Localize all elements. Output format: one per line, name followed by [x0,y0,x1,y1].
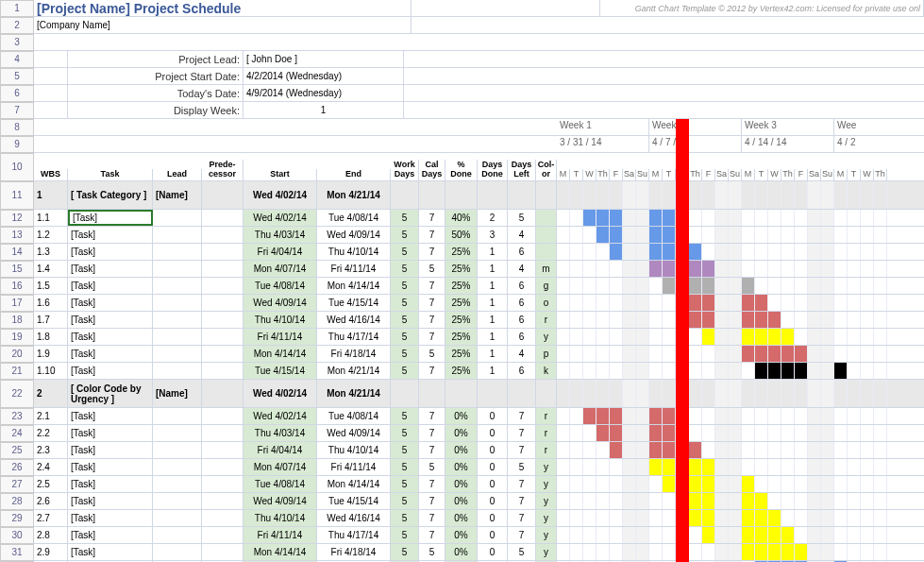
daysdone-cell[interactable]: 1 [478,244,508,260]
gantt-cell[interactable] [715,278,729,294]
gantt-cell[interactable] [583,295,596,311]
start-cell[interactable]: Thu 4/10/14 [244,312,317,328]
gantt-cell[interactable] [834,295,848,311]
gantt-cell[interactable] [742,459,755,475]
pctdone-cell[interactable]: 0% [445,425,478,441]
task-cell[interactable]: [Task] [68,312,153,328]
gantt-cell[interactable] [702,363,715,379]
pred-cell[interactable] [202,476,244,492]
gantt-cell[interactable] [781,510,795,526]
gantt-cell[interactable] [742,181,755,209]
gantt-cell[interactable] [702,210,715,226]
gantt-cell[interactable] [702,278,715,294]
gantt-cell[interactable] [834,278,848,294]
gantt-cell[interactable] [689,227,702,243]
gantt-cell[interactable] [715,408,729,424]
gantt-cell[interactable] [557,544,570,560]
gantt-cell[interactable] [570,227,583,243]
gantt-cell[interactable] [755,442,768,458]
lead-cell[interactable] [153,408,202,424]
caldays-cell[interactable]: 7 [419,363,445,379]
caldays-cell[interactable]: 7 [419,295,445,311]
gantt-cell[interactable] [848,363,861,379]
gantt-cell[interactable] [583,312,596,328]
gantt-cell[interactable] [795,346,808,362]
daysleft-cell[interactable]: 6 [508,312,536,328]
wbs-cell[interactable]: 2.2 [34,425,68,441]
wd-cell[interactable] [391,380,419,407]
gantt-cell[interactable] [795,408,808,424]
task-cell[interactable]: [Task] [68,476,153,492]
gantt-cell[interactable] [557,278,570,294]
gantt-cell[interactable] [715,261,729,277]
daysleft-cell[interactable]: 6 [508,363,536,379]
gantt-cell[interactable] [649,278,663,294]
gantt-cell[interactable] [689,278,702,294]
gantt-cell[interactable] [715,510,729,526]
pctdone-cell[interactable]: 0% [445,544,478,560]
gantt-cell[interactable] [583,476,596,492]
pctdone-cell[interactable]: 0% [445,493,478,509]
gantt-cell[interactable] [649,227,663,243]
gantt-cell[interactable] [583,261,596,277]
caldays-cell[interactable]: 5 [419,459,445,475]
gantt-cell[interactable] [610,408,623,424]
gantt-cell[interactable] [702,295,715,311]
caldays-cell[interactable]: 7 [419,329,445,345]
gantt-cell[interactable] [649,425,663,441]
row-header-7[interactable]: 7 [0,102,34,119]
gantt-cell[interactable] [768,425,781,441]
daysdone-cell[interactable]: 0 [478,408,508,424]
caldays-cell[interactable]: 7 [419,408,445,424]
pctdone-cell[interactable]: 0% [445,442,478,458]
gantt-cell[interactable] [768,408,781,424]
gantt-cell[interactable] [861,261,874,277]
gantt-cell[interactable] [623,544,636,560]
gantt-cell[interactable] [702,312,715,328]
gantt-cell[interactable] [874,408,887,424]
pctdone-cell[interactable]: 0% [445,408,478,424]
gantt-cell[interactable] [808,278,821,294]
pred-cell[interactable] [202,380,244,407]
gantt-cell[interactable] [729,425,742,441]
gantt-cell[interactable] [861,346,874,362]
row-header-8[interactable]: 8 [0,119,34,136]
gantt-cell[interactable] [768,442,781,458]
lead-cell[interactable] [153,425,202,441]
gantt-cell[interactable] [729,329,742,345]
daysdone-cell[interactable]: 1 [478,261,508,277]
lead-cell[interactable] [153,544,202,560]
start-cell[interactable]: Mon 4/07/14 [244,261,317,277]
gantt-cell[interactable] [715,295,729,311]
gantt-cell[interactable] [715,544,729,560]
start-cell[interactable]: Tue 4/08/14 [244,278,317,294]
col-header-lead[interactable]: Lead [153,169,202,180]
gantt-cell[interactable] [795,476,808,492]
gantt-cell[interactable] [557,459,570,475]
gantt-cell[interactable] [663,510,676,526]
gantt-cell[interactable] [834,459,848,475]
pred-cell[interactable] [202,408,244,424]
gantt-cell[interactable] [821,425,834,441]
gantt-cell[interactable] [689,244,702,260]
gantt-cell[interactable] [689,510,702,526]
gantt-cell[interactable] [874,493,887,509]
col-header-dl[interactable]: Days Left [508,160,536,180]
gantt-cell[interactable] [755,210,768,226]
gantt-cell[interactable] [557,329,570,345]
pred-cell[interactable] [202,295,244,311]
row-header-18[interactable]: 18 [0,312,34,329]
daysdone-cell[interactable]: 0 [478,459,508,475]
end-cell[interactable]: Thu 4/10/14 [317,244,391,260]
gantt-cell[interactable] [636,425,649,441]
gantt-cell[interactable] [848,244,861,260]
gantt-cell[interactable] [570,380,583,407]
gantt-cell[interactable] [570,442,583,458]
gantt-cell[interactable] [848,210,861,226]
gantt-cell[interactable] [861,459,874,475]
gantt-cell[interactable] [583,329,596,345]
gantt-cell[interactable] [636,510,649,526]
gantt-cell[interactable] [795,459,808,475]
gantt-cell[interactable] [729,380,742,407]
col-header-wbs[interactable]: WBS [34,169,68,180]
